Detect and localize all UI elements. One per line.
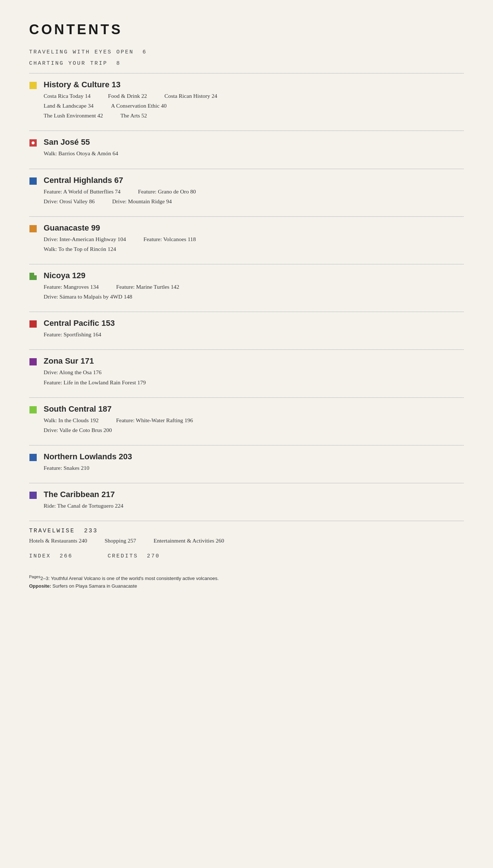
chapter-content-history-culture: History & Culture 13Costa Rica Today 14F…	[44, 80, 464, 120]
chapter-icon-history-culture	[29, 81, 37, 89]
chapter-content-central-pacific: Central Pacific 153Feature: Sportfishing…	[44, 319, 464, 339]
chapter-entries-history-culture: Costa Rica Today 14Food & Drink 22Costa …	[44, 91, 464, 120]
chapter-title-san-jose: San José 55	[44, 137, 464, 147]
chapter-entries-guanacaste: Drive: Inter-American Highway 104Feature…	[44, 234, 464, 254]
chapter-content-nicoya: Nicoya 129Feature: Mangroves 134Feature:…	[44, 271, 464, 301]
chapter-guanacaste: Guanacaste 99Drive: Inter-American Highw…	[29, 223, 464, 254]
entry-row: Walk: Barrios Otoya & Amón 64	[44, 148, 464, 158]
chapter-icon-caribbean	[29, 491, 37, 499]
charting-your-trip: CHARTING YOUR TRIP 8	[29, 60, 464, 67]
chapter-title-nicoya: Nicoya 129	[44, 271, 464, 280]
entry-item: Walk: Barrios Otoya & Amón 64	[44, 148, 118, 158]
chapter-icon-san-jose	[29, 139, 37, 147]
entry-item: Walk: To the Top of Rincón 124	[44, 244, 116, 254]
page-title: CONTENTS	[29, 22, 464, 37]
entry-row: Feature: Mangroves 134Feature: Marine Tu…	[44, 282, 464, 292]
chapter-content-south-central: South Central 187Walk: In the Clouds 192…	[44, 404, 464, 435]
entry-item: Feature: Life in the Lowland Rain Forest…	[44, 377, 146, 387]
footer-line1: Pages2–3: Youthful Arenal Volcano is one…	[29, 574, 464, 583]
entry-item: Feature: Volcanoes 118	[144, 234, 196, 244]
chapter-content-san-jose: San José 55Walk: Barrios Otoya & Amón 64	[44, 137, 464, 158]
entry-item: The Arts 52	[120, 111, 147, 120]
chapters-container: History & Culture 13Costa Rica Today 14F…	[29, 80, 464, 511]
chapter-central-pacific: Central Pacific 153Feature: Sportfishing…	[29, 319, 464, 339]
top-sections: TRAVELING WITH EYES OPEN 6 CHARTING YOUR…	[29, 49, 464, 67]
chapter-icon-zona-sur	[29, 358, 37, 366]
chapter-entries-south-central: Walk: In the Clouds 192Feature: White-Wa…	[44, 415, 464, 435]
chapter-entries-zona-sur: Drive: Along the Osa 176Feature: Life in…	[44, 367, 464, 387]
chapter-divider	[29, 445, 464, 445]
entry-row: Drive: Inter-American Highway 104Feature…	[44, 234, 464, 244]
chapter-san-jose: San José 55Walk: Barrios Otoya & Amón 64	[29, 137, 464, 158]
svg-rect-4	[29, 225, 37, 232]
chapter-title-south-central: South Central 187	[44, 404, 464, 414]
entry-item: A Conservation Ethic 40	[111, 101, 167, 111]
entry-row: Feature: Sportfishing 164	[44, 329, 464, 339]
entry-row: Walk: In the Clouds 192Feature: White-Wa…	[44, 415, 464, 425]
chapter-title-history-culture: History & Culture 13	[44, 80, 464, 89]
chapter-icon-guanacaste	[29, 225, 37, 233]
chapter-content-northern-lowlands: Northern Lowlands 203Feature: Snakes 210	[44, 452, 464, 473]
chapter-divider	[29, 216, 464, 217]
travelwise-entry: Hotels & Restaurants 240	[29, 536, 87, 546]
chapter-content-central-highlands: Central Highlands 67Feature: A World of …	[44, 176, 464, 206]
chapter-entries-central-pacific: Feature: Sportfishing 164	[44, 329, 464, 339]
svg-rect-11	[29, 492, 37, 499]
chapter-entries-caribbean: Ride: The Canal de Tortuguero 224	[44, 501, 464, 511]
chapter-nicoya: Nicoya 129Feature: Mangroves 134Feature:…	[29, 271, 464, 301]
footer-note: Pages2–3: Youthful Arenal Volcano is one…	[29, 574, 464, 590]
entry-item: Feature: Grano de Oro 80	[138, 187, 196, 196]
travelwise-section: TRAVELWISE 233 Hotels & Restaurants 240S…	[29, 528, 464, 546]
chapter-divider	[29, 264, 464, 264]
entry-item: Costa Rica Today 14	[44, 91, 91, 101]
travelwise-entries: Hotels & Restaurants 240Shopping 257Ente…	[29, 536, 464, 546]
entry-row: Walk: To the Top of Rincón 124	[44, 244, 464, 254]
chapter-title-zona-sur: Zona Sur 171	[44, 356, 464, 366]
svg-rect-3	[29, 177, 37, 185]
traveling-eyes-open: TRAVELING WITH EYES OPEN 6	[29, 49, 464, 55]
entry-item: Drive: Orosí Valley 86	[44, 196, 95, 206]
entry-item: Feature: Mangroves 134	[44, 282, 99, 292]
end-sections: INDEX 266 CREDITS 270	[29, 553, 464, 559]
chapter-divider	[29, 131, 464, 131]
chapter-divider	[29, 397, 464, 398]
divider-1	[29, 73, 464, 73]
travelwise-title: TRAVELWISE 233	[29, 528, 464, 534]
chapter-history-culture: History & Culture 13Costa Rica Today 14F…	[29, 80, 464, 120]
chapter-icon-nicoya	[29, 272, 37, 280]
entry-item: Feature: Marine Turtles 142	[116, 282, 180, 292]
entry-item: Drive: Inter-American Highway 104	[44, 234, 126, 244]
entry-item: Costa Rican History 24	[164, 91, 217, 101]
entry-item: Feature: Sportfishing 164	[44, 329, 101, 339]
chapter-entries-northern-lowlands: Feature: Snakes 210	[44, 463, 464, 473]
entry-item: The Lush Environment 42	[44, 111, 103, 120]
entry-item: Land & Landscape 34	[44, 101, 93, 111]
svg-rect-9	[29, 406, 37, 413]
entry-row: Ride: The Canal de Tortuguero 224	[44, 501, 464, 511]
chapter-divider	[29, 312, 464, 312]
entry-row: Costa Rica Today 14Food & Drink 22Costa …	[44, 91, 464, 101]
svg-rect-7	[29, 320, 37, 328]
entry-item: Drive: Sámara to Malpaís by 4WD 148	[44, 292, 132, 301]
entry-item: Feature: A World of Butterflies 74	[44, 187, 121, 196]
footer-line2: Opposite: Surfers on Playa Samara in Gua…	[29, 583, 464, 590]
svg-rect-0	[29, 82, 37, 89]
svg-rect-10	[29, 454, 37, 461]
chapter-south-central: South Central 187Walk: In the Clouds 192…	[29, 404, 464, 435]
chapter-northern-lowlands: Northern Lowlands 203Feature: Snakes 210	[29, 452, 464, 473]
entry-row: Drive: Along the Osa 176	[44, 367, 464, 377]
entry-item: Food & Drink 22	[108, 91, 147, 101]
chapter-entries-nicoya: Feature: Mangroves 134Feature: Marine Tu…	[44, 282, 464, 301]
chapter-content-caribbean: The Caribbean 217Ride: The Canal de Tort…	[44, 490, 464, 511]
entry-row: Feature: Snakes 210	[44, 463, 464, 473]
chapter-title-guanacaste: Guanacaste 99	[44, 223, 464, 233]
chapter-title-northern-lowlands: Northern Lowlands 203	[44, 452, 464, 461]
entry-row: Land & Landscape 34A Conservation Ethic …	[44, 101, 464, 111]
chapter-content-guanacaste: Guanacaste 99Drive: Inter-American Highw…	[44, 223, 464, 254]
entry-item: Drive: Mountain Ridge 94	[112, 196, 172, 206]
entry-item: Drive: Valle de Coto Brus 200	[44, 425, 112, 435]
chapter-caribbean: The Caribbean 217Ride: The Canal de Tort…	[29, 490, 464, 511]
entry-row: Feature: A World of Butterflies 74Featur…	[44, 187, 464, 196]
entry-row: Drive: Sámara to Malpaís by 4WD 148	[44, 292, 464, 301]
chapter-entries-san-jose: Walk: Barrios Otoya & Amón 64	[44, 148, 464, 158]
